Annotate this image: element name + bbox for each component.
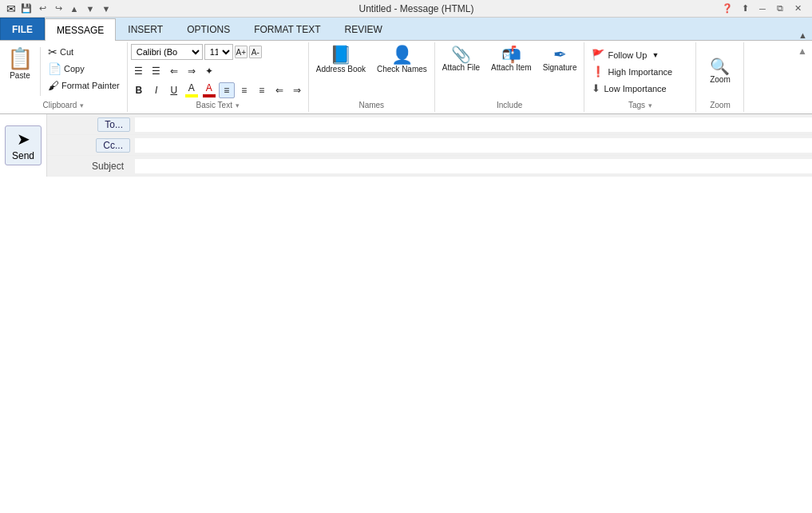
subject-input[interactable] (135, 159, 812, 173)
subject-row: Subject (47, 156, 812, 177)
ribbon-wrapper: FILE MESSAGE INSERT OPTIONS FORMAT TEXT … (0, 18, 812, 114)
decrease-indent-button[interactable]: ⇐ (166, 63, 182, 79)
send-button[interactable]: ➤ Send (5, 125, 42, 165)
help-button[interactable]: ❓ (719, 1, 735, 17)
qat-undo-button[interactable]: ↩ (35, 2, 50, 16)
close-button[interactable]: ✕ (790, 1, 806, 17)
send-area: ➤ Send (0, 114, 47, 177)
tab-options[interactable]: OPTIONS (175, 18, 242, 40)
follow-up-icon: 🚩 (592, 49, 604, 61)
numbered-list-button[interactable]: ☰ (149, 63, 164, 79)
cut-button[interactable]: ✂ Cut (44, 44, 124, 60)
ribbon-collapse-button[interactable]: ▲ (794, 30, 812, 40)
address-book-button[interactable]: 📘 Address Book (312, 44, 370, 77)
bullet-list-button[interactable]: ☰ (131, 63, 147, 79)
signature-icon: ✒ (553, 46, 567, 62)
basic-text-expand-icon[interactable]: ▾ (236, 101, 240, 109)
font-size-select[interactable]: 11 (204, 44, 233, 60)
underline-button[interactable]: U (166, 82, 182, 98)
paste-button[interactable]: 📋 Paste (3, 44, 37, 82)
zoom-button[interactable]: 🔍 Zoom (704, 56, 736, 87)
format-painter-button[interactable]: 🖌 Format Painter (44, 78, 124, 93)
align-right-button[interactable]: ≡ (254, 82, 270, 98)
high-importance-button[interactable]: ❗ High Importance (588, 64, 676, 79)
basic-text-label: Basic Text ▾ (131, 99, 305, 110)
tab-review-label: REVIEW (345, 24, 382, 35)
cc-label-wrap: Cc... (47, 138, 135, 153)
zoom-label: Zoom (710, 75, 731, 85)
copy-button[interactable]: 📄 Copy (44, 61, 124, 77)
clipboard-separator (40, 47, 41, 96)
zoom-icon: 🔍 (710, 58, 730, 74)
to-input[interactable] (135, 117, 812, 132)
tab-message[interactable]: MESSAGE (45, 18, 116, 41)
tab-file[interactable]: FILE (0, 18, 45, 40)
low-importance-label: Low Importance (604, 84, 666, 93)
italic-button[interactable]: I (149, 82, 164, 98)
tab-insert[interactable]: INSERT (116, 18, 175, 40)
to-row: To... (47, 114, 812, 135)
cc-button[interactable]: Cc... (96, 138, 130, 153)
minimize-ribbon-button[interactable]: ⬆ (737, 1, 753, 17)
restore-button[interactable]: ⧉ (772, 1, 788, 17)
format-painter-label: Format Painter (61, 81, 120, 90)
attach-file-button[interactable]: 📎 Attach File (438, 44, 484, 75)
clear-format-button[interactable]: ✦ (201, 63, 217, 79)
signature-button[interactable]: ✒ Signature (539, 44, 581, 75)
signature-label: Signature (543, 63, 577, 73)
font-row: Calibri (Bo 11 A+ A- (131, 44, 262, 60)
follow-up-arrow: ▼ (652, 51, 659, 59)
font-family-select[interactable]: Calibri (Bo (131, 44, 203, 60)
basic-text-group: Calibri (Bo 11 A+ A- ☰ ☰ ⇐ (128, 42, 309, 112)
highlight-color-button[interactable]: A (184, 81, 200, 99)
align-center-button[interactable]: ≡ (236, 82, 252, 98)
qat-down-button[interactable]: ▼ (83, 2, 97, 16)
attach-item-button[interactable]: 📬 Attach Item (487, 44, 536, 75)
tab-format-text-label: FORMAT TEXT (254, 24, 320, 35)
subject-label-wrap: Subject (47, 161, 135, 172)
zoom-label: Zoom (699, 99, 740, 110)
tab-format-text[interactable]: FORMAT TEXT (242, 18, 332, 40)
align-left-button[interactable]: ≡ (219, 82, 235, 98)
qat-save-button[interactable]: 💾 (19, 2, 34, 16)
ribbon-content: 📋 Paste ✂ Cut 📄 Copy (0, 40, 812, 113)
indent-increase2-button[interactable]: ⇒ (289, 82, 305, 98)
font-size-grow-button[interactable]: A+ (235, 46, 248, 58)
send-label: Send (12, 150, 34, 161)
font-color-icon: A (206, 82, 212, 93)
email-body[interactable] (0, 177, 812, 513)
clipboard-group: 📋 Paste ✂ Cut 📄 Copy (0, 42, 128, 112)
tab-options-label: OPTIONS (187, 24, 230, 35)
font-color-button[interactable]: A (201, 81, 217, 99)
font-size-shrink-button[interactable]: A- (249, 46, 262, 58)
ribbon-minimize-button[interactable]: ▲ (793, 44, 812, 58)
indent-decrease2-button[interactable]: ⇐ (271, 82, 287, 98)
minimize-button[interactable]: ─ (755, 1, 770, 17)
include-label: Include (438, 99, 581, 110)
qat-up-button[interactable]: ▲ (67, 2, 81, 16)
check-names-button[interactable]: 👤 Check Names (373, 44, 431, 77)
high-importance-label: High Importance (608, 67, 672, 77)
zoom-content: 🔍 Zoom (699, 44, 740, 99)
zoom-label-text: Zoom (710, 101, 731, 109)
window-title: Untitled - Message (HTML) (113, 3, 719, 14)
follow-up-button[interactable]: 🚩 Follow Up ▼ (588, 47, 663, 62)
clipboard-expand-icon[interactable]: ▾ (80, 101, 84, 109)
cc-input[interactable] (135, 138, 812, 153)
names-label: Names (312, 99, 431, 110)
qat-customize-button[interactable]: ▼ (99, 2, 113, 16)
highlight-color-bar (185, 94, 198, 97)
names-group: 📘 Address Book 👤 Check Names Names (309, 42, 435, 112)
increase-indent-button[interactable]: ⇒ (184, 63, 200, 79)
zoom-group: 🔍 Zoom Zoom (696, 42, 744, 112)
title-bar: ✉ 💾 ↩ ↪ ▲ ▼ ▼ Untitled - Message (HTML) … (0, 0, 812, 18)
to-button[interactable]: To... (97, 117, 130, 132)
font-color-bar (203, 94, 216, 97)
tab-bar: FILE MESSAGE INSERT OPTIONS FORMAT TEXT … (0, 18, 812, 40)
cut-label: Cut (60, 47, 73, 57)
bold-button[interactable]: B (131, 82, 147, 98)
tab-review[interactable]: REVIEW (333, 18, 394, 40)
qat-redo-button[interactable]: ↪ (51, 2, 65, 16)
low-importance-button[interactable]: ⬇ Low Importance (588, 81, 670, 96)
tags-expand-icon[interactable]: ▾ (648, 101, 652, 109)
